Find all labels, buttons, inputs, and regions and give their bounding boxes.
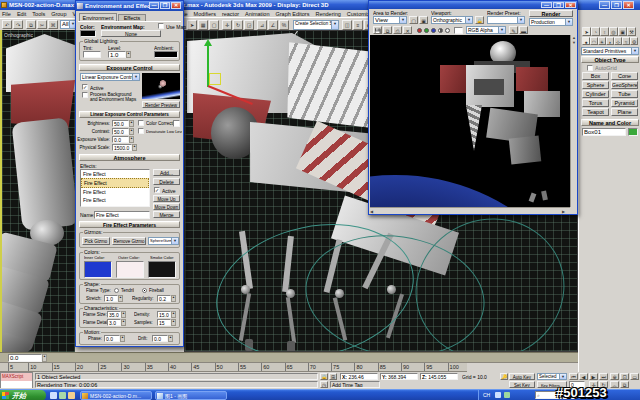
render-preview-button[interactable]: Render Preview <box>142 101 180 108</box>
gizmo-combo[interactable]: SphereGizmo01▼ <box>148 237 179 245</box>
toggle-ui-icon[interactable]: ▬ <box>519 26 528 34</box>
scale-icon[interactable]: ◲ <box>244 20 254 30</box>
print-image-icon[interactable]: ⎙ <box>393 26 402 34</box>
left-viewport[interactable]: Orthographic <box>0 30 78 352</box>
regularity-spinner[interactable]: ▲▼ <box>171 295 176 302</box>
atmosphere-rollout[interactable]: Atmosphere <box>79 154 180 161</box>
bind-spacewarp-icon[interactable]: ⌘ <box>48 20 58 29</box>
play-icon[interactable]: ▶ <box>589 373 598 380</box>
level-field[interactable]: 1.0 <box>108 51 126 58</box>
primitive-category-combo[interactable]: Standard Primitives▼ <box>581 47 639 55</box>
set-key-button[interactable]: Set Key <box>509 381 535 388</box>
drift-spinner[interactable]: ▲▼ <box>168 335 173 342</box>
env-color-swatch[interactable] <box>80 30 96 37</box>
phase-field[interactable]: 0.0 <box>104 335 120 342</box>
name-color-rollout[interactable]: Name and Color <box>581 119 639 126</box>
render-hscrollbar[interactable]: ◀▶ <box>370 207 570 214</box>
maximize-button[interactable]: ❐ <box>160 2 170 9</box>
language-indicator[interactable]: CH <box>483 392 490 398</box>
remove-gizmo-button[interactable]: Remove Gizmo <box>112 237 146 245</box>
viewport-combo[interactable]: Orthographic▼ <box>431 16 473 24</box>
prev-frame-icon[interactable]: ◀ <box>579 373 588 380</box>
tint-swatch[interactable] <box>83 51 101 58</box>
maximize-button[interactable]: ❐ <box>611 1 622 9</box>
phase-spinner[interactable]: ▲▼ <box>120 335 125 342</box>
abs-rel-toggle-icon[interactable]: ⊞ <box>329 373 337 380</box>
stretch-field[interactable]: 1.0 <box>104 295 118 302</box>
selected-filter-combo[interactable]: Selected▼ <box>537 373 567 380</box>
fov-icon[interactable]: ⌓ <box>610 381 619 388</box>
exposure-type-combo[interactable]: Linear Exposure Control▼ <box>80 73 140 81</box>
set-key-icon[interactable]: 🔑 <box>500 373 508 380</box>
tube-button[interactable]: Tube <box>611 90 638 98</box>
add-time-tag[interactable]: Add Time Tag <box>330 381 380 388</box>
subtab-lights-icon[interactable]: ☀ <box>598 37 606 45</box>
taskbar-task-max[interactable]: MSN-002-action-D.m... <box>80 391 152 400</box>
track-bar[interactable]: 5101520253035404550556065707580859095100 <box>0 362 467 372</box>
snap-toggle-icon[interactable]: ⊿ <box>257 20 267 30</box>
time-slider-field[interactable]: 0.0 <box>8 354 42 362</box>
tab-utilities-icon[interactable]: ⚒ <box>627 27 636 36</box>
quick-launch-icon[interactable] <box>59 392 66 399</box>
background-color-swatch[interactable] <box>454 27 463 34</box>
menu-edit[interactable]: Edit <box>17 11 26 17</box>
unlink-icon[interactable]: ✂ <box>37 20 47 29</box>
monochrome-icon[interactable] <box>445 28 450 33</box>
physical-scale-field[interactable]: 1500.0 <box>112 144 132 151</box>
menu-reactor[interactable]: reactor <box>222 11 239 17</box>
selection-lock-icon[interactable]: 🔒 <box>320 373 328 380</box>
brightness-field[interactable]: 50.0 <box>112 120 129 127</box>
color-correction-swatch[interactable] <box>173 120 180 127</box>
rotate-icon[interactable]: ↻ <box>233 20 243 30</box>
samples-field[interactable]: 15 <box>157 319 171 326</box>
lock-viewport-icon[interactable]: 🔒 <box>475 16 484 24</box>
green-channel-icon[interactable] <box>424 28 429 33</box>
exposure-value-field[interactable]: 0.0 <box>112 136 129 143</box>
pick-gizmo-button[interactable]: Pick Gizmo <box>82 237 110 245</box>
teapot-button[interactable]: Teapot <box>582 108 609 116</box>
angle-snap-icon[interactable]: ∠ <box>268 20 278 30</box>
left-window-menubar[interactable]: File Edit Tools Group Views Crea <box>0 10 78 18</box>
geosphere-button[interactable]: GeoSphere <box>611 81 638 89</box>
merge-button[interactable]: Merge <box>153 211 180 218</box>
left-window-titlebar[interactable]: MSN-002-action-D.max - Proje <box>0 0 78 10</box>
box-button[interactable]: Box <box>582 72 609 80</box>
minimize-button[interactable]: — <box>599 1 610 9</box>
menu-animation[interactable]: Animation <box>245 11 269 17</box>
tab-environment[interactable]: Environment <box>79 13 117 21</box>
cone-button[interactable]: Cone <box>611 72 638 80</box>
close-button[interactable]: ✕ <box>171 2 181 9</box>
exposure-value-spinner[interactable]: ▲▼ <box>129 136 134 143</box>
go-to-end-icon[interactable]: ⏭ <box>599 373 608 380</box>
save-image-icon[interactable]: 💾 <box>373 26 382 34</box>
smoke-color-swatch[interactable] <box>148 261 176 278</box>
tray-icon[interactable] <box>495 392 501 398</box>
drift-field[interactable]: 0.0 <box>152 335 168 342</box>
exposure-control-rollout[interactable]: Exposure Control <box>79 64 180 71</box>
autogrid-checkbox[interactable] <box>587 65 593 71</box>
pyramid-button[interactable]: Pyramid <box>611 99 638 107</box>
move-icon[interactable]: ✛ <box>222 20 232 30</box>
cylinder-button[interactable]: Cylinder <box>582 90 609 98</box>
plane-button[interactable]: Plane <box>611 108 638 116</box>
close-button[interactable]: ✕ <box>565 2 576 8</box>
effect-active-checkbox[interactable]: ✓ <box>154 187 160 193</box>
render-window-titlebar[interactable]: — ❐ ✕ <box>369 1 577 9</box>
stretch-spinner[interactable]: ▲▼ <box>118 295 123 302</box>
env-map-none-button[interactable]: None <box>101 30 161 37</box>
menu-group[interactable]: Group <box>51 11 66 17</box>
maxscript-mini-listener[interactable]: MAXScript <box>0 372 33 388</box>
flame-size-spinner[interactable]: ▲▼ <box>121 311 126 318</box>
left-viewport-label[interactable]: Orthographic <box>4 32 33 38</box>
render-mode-combo[interactable]: Production▼ <box>529 18 573 26</box>
select-by-name-icon[interactable]: ▦ <box>198 20 208 30</box>
contrast-field[interactable]: 50.0 <box>112 128 129 135</box>
close-button[interactable]: ✕ <box>623 1 634 9</box>
level-spinner[interactable]: ▲▼ <box>126 51 131 58</box>
effect-name-field[interactable]: Fire Effect <box>94 211 150 219</box>
y-coordinate-field[interactable]: Y: 368.394 <box>380 373 418 380</box>
subtab-systems-icon[interactable]: ⚙ <box>630 37 638 45</box>
tray-icon[interactable] <box>504 392 510 398</box>
menu-rendering[interactable]: Rendering <box>315 11 340 17</box>
density-field[interactable]: 15.0 <box>157 311 171 318</box>
